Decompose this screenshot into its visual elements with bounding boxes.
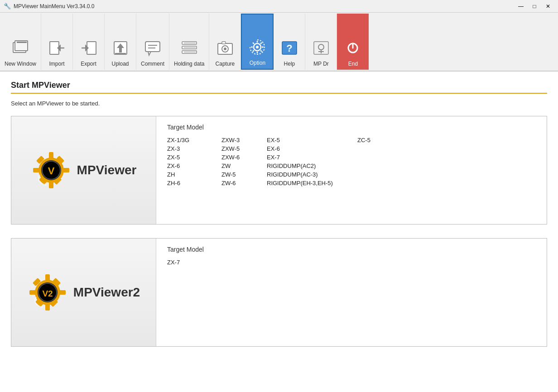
upload-label: Upload: [112, 61, 129, 67]
svg-line-35: [261, 43, 262, 44]
import-label: Import: [49, 61, 65, 67]
model-cell: [357, 179, 412, 187]
page-subtitle: Select an MPViewer to be started.: [11, 100, 547, 107]
model-cell: [357, 145, 412, 153]
model-cell: ZX-7: [167, 258, 221, 266]
model-cell: [221, 258, 267, 266]
end-label: End: [348, 61, 358, 67]
main-content: Start MPViewer Select an MPViewer to be …: [0, 72, 558, 392]
model-cell: [357, 171, 412, 178]
svg-text:?: ?: [286, 43, 292, 54]
model-cell: ZX-5: [167, 153, 221, 161]
model-cell: [357, 153, 412, 161]
mpviewer1-logo[interactable]: V MPViewer: [11, 116, 156, 224]
mpviewer1-info: Target Model ZX-1/3G ZXW-3 EX-5 ZC-5 ZX-…: [156, 116, 547, 224]
maximize-button[interactable]: □: [528, 2, 541, 11]
model-cell: ZXW-3: [221, 136, 267, 144]
model-cell: [357, 162, 412, 170]
svg-rect-63: [29, 290, 37, 295]
svg-text:V2: V2: [42, 289, 53, 298]
mpviewer1-logo-container: V MPViewer: [31, 150, 137, 191]
svg-point-25: [224, 48, 226, 50]
help-label: Help: [284, 61, 295, 67]
mpviewer1-target-label: Target Model: [167, 124, 536, 131]
mpviewer2-info: Target Model ZX-7: [156, 239, 547, 346]
capture-button[interactable]: Capture: [209, 14, 241, 70]
page-title: Start MPViewer: [11, 81, 547, 90]
page-divider: [11, 93, 547, 94]
export-icon: [78, 37, 100, 59]
svg-rect-26: [222, 42, 226, 44]
minimize-button[interactable]: —: [515, 2, 527, 11]
svg-rect-62: [45, 303, 50, 311]
mp-dr-icon: [310, 37, 332, 59]
model-cell: ZW-5: [221, 171, 267, 178]
model-cell: RIGIDDUMP(AC-3): [267, 171, 357, 178]
upload-button[interactable]: Upload: [105, 14, 136, 70]
titlebar: 🔧 MPViewer MainMenu Ver3.34.0.0 — □ ✕: [0, 0, 558, 13]
holding-data-label: Holding data: [174, 61, 204, 67]
export-button[interactable]: Export: [73, 14, 105, 70]
model-cell: ZW: [221, 162, 267, 170]
mpviewer1-model-grid: ZX-1/3G ZXW-3 EX-5 ZC-5 ZX-3 ZXW-5 EX-6 …: [167, 136, 536, 187]
mpviewer1-card: V MPViewer Target Model ZX-1/3G ZXW-3 EX…: [11, 116, 547, 225]
upload-icon: [110, 37, 131, 59]
mpviewer2-target-label: Target Model: [167, 246, 536, 253]
new-window-icon: [10, 37, 31, 59]
model-cell: [267, 258, 357, 266]
svg-rect-48: [49, 152, 53, 159]
svg-rect-49: [49, 181, 53, 188]
svg-rect-13: [145, 42, 160, 52]
mpviewer2-gear-icon: V2: [27, 272, 68, 313]
model-cell: ZH-6: [167, 179, 221, 187]
svg-rect-51: [62, 168, 69, 172]
comment-button[interactable]: Comment: [136, 14, 169, 70]
end-button[interactable]: End: [337, 14, 369, 70]
model-cell: ZX-3: [167, 145, 221, 153]
option-label: Option: [250, 60, 265, 66]
app-icon: 🔧: [4, 3, 11, 10]
model-cell: ZC-5: [357, 136, 412, 144]
close-button[interactable]: ✕: [542, 2, 554, 11]
option-button[interactable]: Option: [241, 14, 274, 70]
holding-data-button[interactable]: Holding data: [169, 14, 209, 70]
mpviewer1-gear-icon: V: [31, 150, 72, 191]
import-icon: [46, 37, 68, 59]
new-window-button[interactable]: New Window: [0, 14, 41, 70]
mpviewer2-model-grid: ZX-7: [167, 258, 536, 266]
export-label: Export: [81, 61, 96, 67]
model-cell: RIGIDDUMP(EH-3,EH-5): [267, 179, 357, 187]
model-cell: ZXW-5: [221, 145, 267, 153]
svg-rect-12: [115, 53, 126, 54]
mpviewer1-name: MPViewer: [77, 163, 137, 177]
capture-label: Capture: [216, 61, 235, 67]
mp-dr-button[interactable]: MP Dr: [305, 14, 337, 70]
window-controls: — □ ✕: [515, 2, 554, 11]
capture-icon: [214, 37, 236, 59]
model-cell: ZX-6: [167, 162, 221, 170]
svg-rect-64: [58, 290, 66, 295]
comment-icon: [142, 37, 164, 59]
mpviewer2-logo[interactable]: V2 MPViewer2: [11, 239, 156, 346]
help-icon: ?: [279, 37, 300, 59]
toolbar: New Window Import Export: [0, 13, 558, 72]
model-cell: [357, 258, 412, 266]
svg-rect-50: [33, 168, 40, 172]
mp-dr-label: MP Dr: [313, 61, 329, 67]
option-icon: [246, 36, 268, 58]
model-cell: ZW-6: [221, 179, 267, 187]
holding-data-icon: [178, 37, 200, 59]
svg-rect-61: [45, 274, 50, 282]
import-button[interactable]: Import: [41, 14, 73, 70]
comment-label: Comment: [141, 61, 164, 67]
svg-rect-11: [119, 48, 122, 53]
model-cell: EX-7: [267, 153, 357, 161]
help-button[interactable]: ? Help: [274, 14, 305, 70]
mpviewer2-name: MPViewer2: [73, 285, 140, 300]
end-icon: [342, 37, 364, 59]
model-cell: ZX-1/3G: [167, 136, 221, 144]
mpviewer2-card: V2 MPViewer2 Target Model ZX-7: [11, 238, 547, 347]
model-cell: EX-6: [267, 145, 357, 153]
svg-marker-14: [148, 52, 151, 55]
model-cell: EX-5: [267, 136, 357, 144]
